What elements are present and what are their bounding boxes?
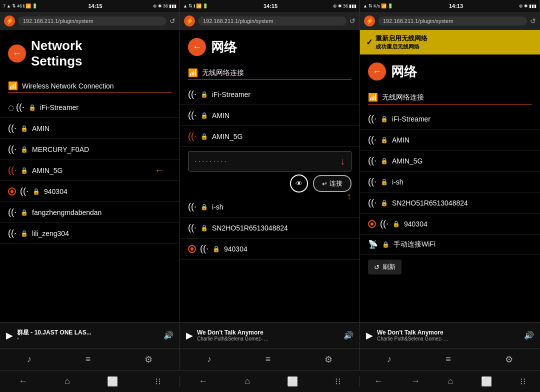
manual-connect-item[interactable]: 📡 🔒 手动连接WiFi bbox=[360, 234, 540, 254]
lock-icon: 🔒 bbox=[20, 209, 28, 216]
list-item[interactable]: ((· 🔒 lili_zeng304 bbox=[0, 223, 180, 244]
panel3-status-bar: ▲ ⇅ K/s 📶 🔋 14:13 ⊕ ✱ ▮▮▮ bbox=[360, 0, 540, 12]
nav-back-button[interactable]: ← bbox=[374, 376, 383, 386]
list-item[interactable]: ((· 🔒 iFi-Streamer bbox=[180, 84, 360, 105]
password-dots: ········· bbox=[194, 157, 340, 166]
panel2-back-button[interactable]: ← bbox=[188, 38, 206, 56]
volume-icon[interactable]: 🔊 bbox=[524, 330, 534, 340]
nav-menu-button[interactable]: ⁝⁝ bbox=[335, 376, 341, 387]
connect-label: 连接 bbox=[330, 179, 342, 188]
song-artist: * bbox=[17, 337, 160, 342]
panel3-header: ← 网络 bbox=[360, 54, 540, 88]
network-name: AMIN bbox=[32, 124, 172, 132]
list-item[interactable]: ((· 🔒 iFi-Streamer bbox=[360, 108, 540, 130]
play-button[interactable]: ▶ bbox=[366, 330, 373, 341]
panel1-section-label: Wireless Network Connection bbox=[22, 82, 114, 90]
list-item[interactable]: ((· 🔒 940304 bbox=[360, 214, 540, 234]
network-name: iFi-Streamer bbox=[392, 115, 532, 123]
network-name: iFi-Streamer bbox=[212, 90, 352, 98]
list-item[interactable]: ((· 🔒 SN2HO51R6513048824 bbox=[180, 218, 360, 238]
tab-playlist[interactable]: ≡ bbox=[86, 354, 91, 364]
song-info: 群星 - 10.JAST ONE LAS... * bbox=[17, 328, 160, 342]
list-item[interactable]: ((· 🔒 i-sh bbox=[180, 196, 360, 218]
tab-music[interactable]: ♪ bbox=[207, 354, 212, 364]
lock-icon: 🔒 bbox=[200, 224, 208, 232]
lock-icon: 🔒 bbox=[380, 178, 388, 186]
list-item[interactable]: ((· 🔒 AMIN bbox=[180, 105, 360, 126]
wifi-signal-icon: ((· bbox=[188, 222, 196, 233]
nav-back-button[interactable]: ← bbox=[18, 376, 28, 386]
list-item[interactable]: ((· 🔒 940304 bbox=[0, 181, 180, 202]
tab-music[interactable]: ♪ bbox=[387, 354, 392, 364]
nav-back-button[interactable]: ← bbox=[198, 376, 208, 386]
password-input-container[interactable]: ········· ↓ bbox=[188, 151, 352, 172]
nav-square-button[interactable]: ⬜ bbox=[481, 376, 492, 387]
network-name: 手动连接WiFi bbox=[394, 240, 532, 249]
list-item[interactable]: ((· 🔒 SN2HO51R6513048824 bbox=[360, 192, 540, 214]
list-item[interactable]: ◌ ((· 🔒 iFi-Streamer bbox=[0, 97, 180, 118]
wifi-signal-icon: ((· bbox=[188, 131, 196, 142]
tab-settings[interactable]: ⚙ bbox=[505, 354, 513, 365]
refresh-label: 刷新 bbox=[382, 262, 396, 272]
connect-button[interactable]: ↵ 连接 bbox=[313, 175, 352, 192]
wifi-signal-icon: ((· bbox=[368, 134, 376, 145]
song-title: We Don't Talk Anymore bbox=[377, 329, 520, 336]
toast-title: 重新启用无线网络 bbox=[376, 34, 428, 43]
nav-home-button[interactable]: ⌂ bbox=[448, 376, 454, 386]
wifi-signal-icon: ((· bbox=[188, 89, 196, 100]
show-password-button[interactable]: 👁 bbox=[290, 174, 308, 192]
list-item[interactable]: ((· 🔒 AMIN bbox=[360, 130, 540, 150]
list-item[interactable]: ((· 🔒 MERCURY_F0AD bbox=[0, 139, 180, 160]
panel1-url[interactable]: 192.168.211.1/plugin/system bbox=[18, 16, 166, 26]
play-button[interactable]: ▶ bbox=[186, 330, 193, 341]
list-item[interactable]: ((· 🔒 AMIN bbox=[0, 118, 180, 139]
volume-icon[interactable]: 🔊 bbox=[344, 330, 354, 340]
tab-playlist[interactable]: ≡ bbox=[446, 354, 451, 364]
tab-settings[interactable]: ⚙ bbox=[324, 354, 332, 365]
panel2-url-bar: ⚡ 192.168.211.1/plugin/system ↺ bbox=[180, 12, 360, 30]
wifi-signal-icon: ((· bbox=[368, 114, 376, 124]
list-item[interactable]: ((· 🔒 fangzhengmdabendan bbox=[0, 202, 180, 223]
list-item[interactable]: ((· 🔒 AMIN_5G bbox=[360, 150, 540, 172]
tab-music[interactable]: ♪ bbox=[27, 354, 32, 364]
song-artist: Charlie Puth&Selena Gomez- ... bbox=[197, 336, 340, 342]
panel2-refresh-icon[interactable]: ↺ bbox=[350, 17, 356, 25]
panel3-url[interactable]: 192.168.211.1/plugin/system bbox=[378, 16, 527, 26]
toast-subtitle: 成功重启无线网络 bbox=[376, 43, 428, 50]
panel3-status-right: ⊕ ✱ ▮▮▮ bbox=[519, 4, 536, 8]
panel2-page-title: 网络 bbox=[211, 38, 237, 56]
panel2-status-bar: ▲ ⇅ ℹ 📶 🔋 14:15 ⊕ ✱ 36 ▮▮▮ bbox=[180, 0, 360, 12]
panel3-refresh-icon[interactable]: ↺ bbox=[530, 17, 536, 25]
wifi-signal-icon: ((· bbox=[188, 202, 196, 212]
volume-icon[interactable]: 🔊 bbox=[164, 330, 174, 340]
nav-menu-button[interactable]: ⁝⁝ bbox=[155, 376, 161, 387]
nav-home-button[interactable]: ⌂ bbox=[244, 376, 250, 386]
nav-square-button[interactable]: ⬜ bbox=[287, 376, 298, 387]
panel2-url[interactable]: 192.168.211.1/plugin/system bbox=[198, 16, 346, 26]
nav-square-button[interactable]: ⬜ bbox=[107, 376, 118, 387]
nav-home-button[interactable]: ⌂ bbox=[64, 376, 70, 386]
panel1-refresh-icon[interactable]: ↺ bbox=[170, 17, 176, 25]
panel2-header: ← 网络 bbox=[180, 30, 360, 63]
password-actions: 👁 ↵ 连接 ↑ bbox=[188, 174, 352, 192]
list-item[interactable]: ((· 🔒 AMIN_5G bbox=[180, 126, 360, 147]
list-item[interactable]: ((· 🔒 AMIN_5G ← bbox=[0, 160, 180, 181]
nav-menu-button[interactable]: ⁝⁝ bbox=[520, 376, 526, 387]
refresh-wifi-button[interactable]: ↺ 刷新 bbox=[368, 260, 402, 274]
list-item[interactable]: ((· 🔒 940304 bbox=[180, 238, 360, 260]
tab-playlist[interactable]: ≡ bbox=[266, 354, 271, 364]
play-button[interactable]: ▶ bbox=[6, 330, 13, 341]
lock-icon: 🔒 bbox=[20, 125, 28, 132]
tab-settings[interactable]: ⚙ bbox=[144, 354, 152, 365]
panel1-status-right: ⊕ ✱ 36 ▮▮▮ bbox=[153, 4, 176, 8]
panel1-back-button[interactable]: ← bbox=[8, 44, 26, 62]
network-name: AMIN_5G bbox=[32, 166, 172, 174]
panel2-time: 14:15 bbox=[264, 3, 278, 9]
list-item[interactable]: ((· 🔒 i-sh bbox=[360, 172, 540, 192]
lock-icon: 🔒 bbox=[200, 112, 208, 119]
panel2-section-header: 📶 无线网络连接 bbox=[180, 63, 360, 80]
network-name: 940304 bbox=[44, 188, 172, 196]
nav-forward-button[interactable]: → bbox=[411, 376, 420, 386]
panel3-back-button[interactable]: ← bbox=[368, 62, 386, 80]
panel3-page-title: 网络 bbox=[391, 63, 417, 80]
